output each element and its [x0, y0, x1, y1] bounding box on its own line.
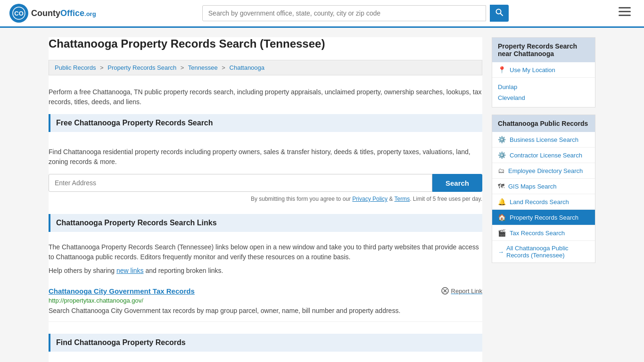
report-link-button[interactable]: Report Link	[441, 287, 482, 295]
header-search-button[interactable]	[490, 5, 509, 22]
gear-icon: ⚙️	[498, 136, 506, 143]
links-section: Chattanooga Property Records Search Link…	[49, 207, 482, 327]
nearby-box: Property Records Search near Chattanooga…	[492, 37, 595, 107]
sidebar-item-property-records[interactable]: 🏠 Property Records Search	[492, 210, 595, 225]
logo-area: CO CountyOffice.org	[9, 4, 96, 23]
terms-link[interactable]: Terms	[394, 196, 410, 202]
header-search-input[interactable]	[202, 5, 486, 21]
svg-rect-4	[619, 7, 631, 8]
bell-icon: 🔔	[498, 198, 506, 206]
free-search-heading: Free Chattanooga Property Records Search	[49, 114, 482, 132]
sidebar-item-gis-maps[interactable]: 🗺 GIS Maps Search	[492, 179, 595, 194]
record-link-item: Chattanooga City Government Tax Records …	[49, 281, 482, 322]
links-section-body: The Chattanooga Property Records Search …	[49, 238, 482, 327]
sidebar-item-tax-records[interactable]: 🎬 Tax Records Search	[492, 225, 595, 241]
breadcrumb-public-records[interactable]: Public Records	[55, 64, 96, 71]
record-link-description: Search Chattanooga City Government tax r…	[49, 306, 482, 316]
svg-line-3	[500, 14, 503, 16]
new-links-link[interactable]: new links	[116, 267, 144, 274]
logo-text: CountyOffice.org	[31, 8, 96, 18]
hamburger-menu-icon[interactable]	[615, 5, 635, 21]
use-my-location-item[interactable]: 📍 Use My Location	[492, 62, 595, 78]
search-form-area: Find Chattanooga residential property re…	[49, 138, 482, 207]
search-bar-area	[202, 5, 509, 22]
page-title: Chattanooga Property Records Search (Ten…	[49, 37, 482, 55]
header: CO CountyOffice.org	[0, 0, 644, 28]
form-disclaimer: By submitting this form you agree to our…	[49, 196, 482, 202]
sidebar-item-land-records[interactable]: 🔔 Land Records Search	[492, 194, 595, 210]
svg-rect-5	[619, 11, 631, 12]
public-records-heading: Chattanooga Public Records	[492, 115, 595, 132]
nearby-cities: Dunlap Cleveland	[492, 78, 595, 107]
record-link-url: http://propertytax.chattanooga.gov/	[49, 297, 482, 304]
sidebar-item-employee-directory[interactable]: 🗂 Employee Directory Search	[492, 163, 595, 179]
nearby-city-cleveland[interactable]: Cleveland	[498, 92, 589, 103]
sidebar: Property Records Search near Chattanooga…	[492, 37, 595, 362]
use-my-location-link[interactable]: Use My Location	[510, 66, 555, 74]
svg-rect-6	[619, 15, 631, 16]
links-section-heading: Chattanooga Property Records Search Link…	[49, 214, 482, 232]
privacy-policy-link[interactable]: Privacy Policy	[352, 196, 388, 202]
content-area: Chattanooga Property Records Search (Ten…	[49, 37, 482, 362]
house-icon: 🏠	[498, 214, 506, 221]
svg-text:CO: CO	[14, 10, 24, 17]
search-button[interactable]: Search	[432, 174, 482, 192]
film-icon: 🎬	[498, 229, 506, 237]
breadcrumb-tennessee[interactable]: Tennessee	[188, 64, 218, 71]
breadcrumb-chattanooga[interactable]: Chattanooga	[230, 64, 264, 71]
sharing-line: Help others by sharing new links and rep…	[49, 267, 482, 274]
record-link-title-link[interactable]: Chattanooga City Government Tax Records	[49, 287, 195, 295]
page-description: Perform a free Chattanooga, TN public pr…	[49, 82, 482, 114]
gear-icon-2: ⚙️	[498, 151, 506, 159]
sidebar-item-contractor-license[interactable]: ⚙️ Contractor License Search	[492, 148, 595, 163]
all-records-link[interactable]: → All Chattanooga Public Records (Tennes…	[498, 245, 589, 259]
free-search-description: Find Chattanooga residential property re…	[49, 142, 482, 174]
sidebar-item-business-license[interactable]: ⚙️ Business License Search	[492, 132, 595, 148]
links-description: The Chattanooga Property Records Search …	[49, 242, 482, 262]
find-section: Find Chattanooga Property Records A Chat…	[49, 327, 482, 362]
find-section-heading: Find Chattanooga Property Records	[49, 334, 482, 352]
breadcrumb: Public Records > Property Records Search…	[49, 60, 482, 75]
record-link-title-row: Chattanooga City Government Tax Records …	[49, 287, 482, 295]
map-icon: 🗺	[498, 182, 504, 190]
breadcrumb-property-records-search[interactable]: Property Records Search	[107, 64, 176, 71]
public-records-box: Chattanooga Public Records ⚙️ Business L…	[492, 115, 595, 263]
location-pin-icon: 📍	[498, 66, 506, 74]
nearby-heading: Property Records Search near Chattanooga	[492, 38, 595, 62]
all-records-link-area: → All Chattanooga Public Records (Tennes…	[492, 241, 595, 263]
address-input[interactable]	[49, 174, 432, 192]
logo-icon: CO	[9, 4, 28, 23]
find-section-description: A Chattanooga Property Records Search lo…	[49, 357, 482, 362]
nearby-city-dunlap[interactable]: Dunlap	[498, 82, 589, 92]
main-container: Chattanooga Property Records Search (Ten…	[39, 28, 605, 362]
list-icon: 🗂	[498, 167, 504, 174]
address-search-row: Search	[49, 174, 482, 192]
